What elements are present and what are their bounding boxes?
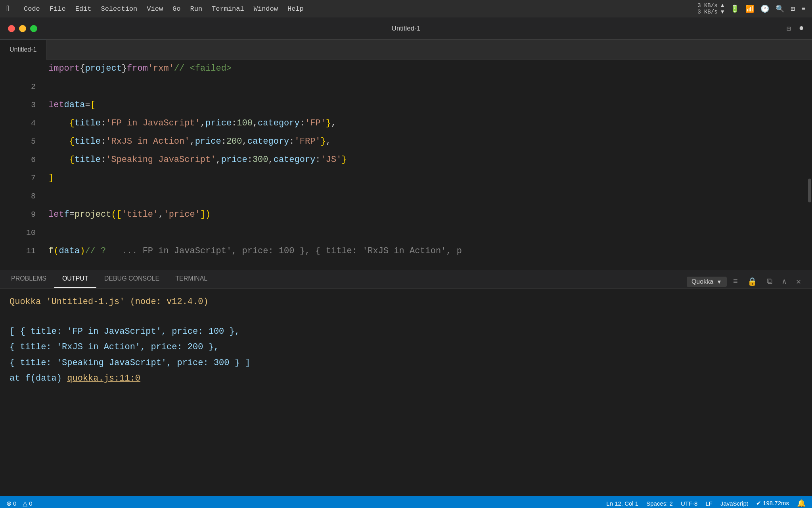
at-prefix: at f(data) [10, 373, 67, 383]
output-line-1: [ { title: 'FP in JavaScript', price: 10… [10, 325, 802, 339]
dot-icon[interactable]: ● [799, 23, 804, 33]
list-icon[interactable]: ≡ [801, 5, 806, 13]
clock-icon: 🕐 [760, 4, 769, 13]
split-editor-icon[interactable]: ⊟ [787, 24, 791, 33]
tab-output[interactable]: OUTPUT [54, 270, 96, 288]
quokka-link[interactable]: quokka.js:11:0 [67, 373, 140, 383]
statusbar-left: ⊗ 0 △ 0 [6, 500, 33, 507]
menu-terminal[interactable]: Terminal [212, 5, 244, 13]
panel-source-dropdown[interactable]: Quokka ▼ [687, 277, 727, 287]
tab-title: Untitled-1 [10, 46, 36, 53]
menu-window[interactable]: Window [254, 5, 278, 13]
menu-run[interactable]: Run [190, 5, 203, 13]
chevron-down-icon: ▼ [716, 279, 722, 285]
search-icon[interactable]: 🔍 [776, 4, 784, 13]
lock-icon[interactable]: 🔒 [744, 275, 760, 288]
panel-controls: Quokka ▼ ≡ 🔒 ⧉ ∧ ✕ [687, 275, 812, 288]
code-line-2 [48, 78, 812, 96]
language-text: JavaScript [720, 500, 748, 507]
code-line-1: import { project } from 'rxm' // <failed… [48, 60, 812, 78]
output-line-3: { title: 'Speaking JavaScript', price: 3… [10, 356, 802, 370]
tab-terminal-label: TERMINAL [175, 275, 207, 282]
code-line-7: ] [48, 169, 812, 187]
menubar:  Code File Edit Selection View Go Run T… [0, 0, 812, 17]
code-line-10 [48, 224, 812, 242]
line-numbers: 2 3 4 5 6 7 8 9 10 11 [12, 60, 44, 270]
tab-output-label: OUTPUT [62, 275, 88, 282]
warning-count[interactable]: △ 0 [23, 500, 32, 507]
line-ending-indicator[interactable]: LF [705, 500, 712, 507]
tabbar: Untitled-1 [0, 40, 812, 60]
panel-output-content: Quokka 'Untitled-1.js' (node: v12.4.0) [… [0, 289, 812, 496]
code-line-8 [48, 187, 812, 206]
line-ending-text: LF [705, 500, 712, 507]
minimize-button[interactable] [19, 25, 26, 32]
menubar-right: 3 KB/s ▲3 KB/s ▼ 🔋 📶 🕐 🔍 ⊞ ≡ [697, 2, 806, 15]
menu-selection[interactable]: Selection [101, 5, 137, 13]
tab-problems-label: PROBLEMS [11, 275, 46, 282]
close-button[interactable] [8, 25, 15, 32]
apple-icon:  [6, 4, 11, 13]
code-area[interactable]: import { project } from 'rxm' // <failed… [44, 60, 812, 270]
code-line-3: let data = [ [48, 96, 812, 114]
output-line-2: { title: 'RxJS in Action', price: 200 }, [10, 340, 802, 354]
position-text: Ln 12, Col 1 [606, 500, 638, 507]
menu-view[interactable]: View [147, 5, 163, 13]
code-line-4: { title: 'FP in JavaScript', price: 100,… [48, 114, 812, 133]
notification-icon[interactable]: 🔔 [797, 499, 806, 508]
output-at-line: at f(data) quokka.js:11:0 [10, 371, 802, 385]
control-center-icon[interactable]: ⊞ [791, 4, 795, 13]
copy-icon[interactable]: ⧉ [764, 275, 776, 288]
titlebar-controls: ⊟ ● [787, 23, 804, 33]
spaces-text: Spaces: 2 [646, 500, 673, 507]
breakpoint-column [0, 60, 12, 270]
warning-number: 0 [29, 500, 32, 507]
encoding-text: UTF-8 [681, 500, 698, 507]
warning-icon: △ [23, 500, 27, 507]
titlebar: Untitled-1 ⊟ ● [0, 17, 812, 40]
spaces-indicator[interactable]: Spaces: 2 [646, 500, 673, 507]
timing-text: ✔ 198.72ms [756, 500, 789, 507]
code-line-11: f(data) // ? ... FP in JavaScript', pric… [48, 242, 812, 260]
dropdown-value: Quokka [691, 278, 713, 285]
bandwidth-icon: 3 KB/s ▲3 KB/s ▼ [697, 2, 724, 15]
battery-icon: 🔋 [730, 4, 739, 13]
error-number: 0 [13, 500, 16, 507]
language-indicator[interactable]: JavaScript [720, 500, 748, 507]
statusbar-right: Ln 12, Col 1 Spaces: 2 UTF-8 LF JavaScri… [606, 499, 806, 508]
bell-icon: 🔔 [797, 499, 806, 508]
cursor-position[interactable]: Ln 12, Col 1 [606, 500, 638, 507]
encoding-indicator[interactable]: UTF-8 [681, 500, 698, 507]
maximize-button[interactable] [30, 25, 37, 32]
statusbar: ⊗ 0 △ 0 Ln 12, Col 1 Spaces: 2 UTF-8 LF … [0, 496, 812, 508]
tab-debug-console[interactable]: DEBUG CONSOLE [96, 270, 168, 288]
menu-help[interactable]: Help [287, 5, 304, 13]
tab-terminal[interactable]: TERMINAL [167, 270, 215, 288]
menu-code[interactable]: Code [24, 5, 40, 13]
close-panel-icon[interactable]: ✕ [793, 275, 804, 288]
menu-edit[interactable]: Edit [75, 5, 92, 13]
output-panel: PROBLEMS OUTPUT DEBUG CONSOLE TERMINAL Q… [0, 270, 812, 496]
tab-problems[interactable]: PROBLEMS [3, 270, 54, 288]
editor-tab[interactable]: Untitled-1 [0, 40, 46, 60]
window-title: Untitled-1 [392, 25, 421, 33]
code-line-5: { title: 'RxJS in Action', price: 200, c… [48, 133, 812, 151]
menu-go[interactable]: Go [172, 5, 180, 13]
clear-output-icon[interactable]: ≡ [730, 275, 741, 288]
error-count[interactable]: ⊗ 0 [6, 500, 16, 507]
quokka-header: Quokka 'Untitled-1.js' (node: v12.4.0) [10, 295, 802, 309]
menu-file[interactable]: File [50, 5, 66, 13]
editor: 2 3 4 5 6 7 8 9 10 11 import { project }… [0, 60, 812, 270]
code-line-9: let f = project(['title', 'price']) [48, 206, 812, 224]
wifi-icon: 📶 [745, 4, 754, 13]
collapse-up-icon[interactable]: ∧ [779, 275, 790, 288]
tab-debug-label: DEBUG CONSOLE [104, 275, 160, 282]
traffic-lights [8, 25, 37, 32]
timing-indicator: ✔ 198.72ms [756, 500, 789, 507]
code-line-6: { title: 'Speaking JavaScript', price: 3… [48, 151, 812, 169]
error-icon: ⊗ [6, 500, 11, 507]
panel-tabbar: PROBLEMS OUTPUT DEBUG CONSOLE TERMINAL Q… [0, 270, 812, 289]
